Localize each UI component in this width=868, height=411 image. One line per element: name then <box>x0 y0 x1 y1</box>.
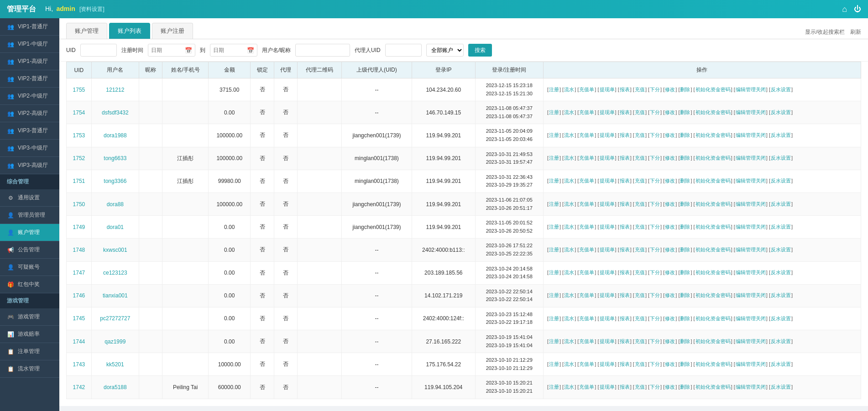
action-link[interactable]: 删除 <box>680 155 690 161</box>
cell-username[interactable]: kk5201 <box>91 353 139 376</box>
action-link[interactable]: 编辑管理关闭 <box>736 292 766 298</box>
cell-uid[interactable]: 1748 <box>67 239 92 261</box>
action-link[interactable]: 报表 <box>620 270 630 275</box>
refresh-label[interactable]: 刷新 <box>850 28 861 36</box>
action-link[interactable]: 充值 <box>635 201 645 207</box>
sidebar-item-general-settings[interactable]: ⚙ 通用设置 <box>0 189 59 207</box>
action-link[interactable]: 删除 <box>680 87 690 92</box>
action-link[interactable]: 提现单 <box>600 201 615 207</box>
action-link[interactable]: 充值 <box>635 87 645 92</box>
action-link[interactable]: 下分 <box>650 292 660 298</box>
action-link[interactable]: 充值 <box>635 316 645 321</box>
action-link[interactable]: 报表 <box>620 361 630 367</box>
action-link[interactable]: 流水 <box>564 132 574 138</box>
action-link[interactable]: 修改 <box>665 155 675 161</box>
action-link[interactable]: 充值单 <box>579 87 594 92</box>
sidebar-item-vip1-mid[interactable]: 👥 VIP1-中级厅 <box>0 36 59 53</box>
action-link[interactable]: 充值 <box>635 178 645 183</box>
action-link[interactable]: 充值单 <box>579 292 594 298</box>
action-link[interactable]: 下分 <box>650 316 660 321</box>
home-icon[interactable]: ⌂ <box>842 5 847 14</box>
action-link[interactable]: 删除 <box>680 201 690 207</box>
action-link[interactable]: 编辑管理关闭 <box>736 201 766 207</box>
action-link[interactable]: 删除 <box>680 224 690 229</box>
action-link[interactable]: 初始化资金密码 <box>695 109 731 115</box>
cell-uid[interactable]: 1751 <box>67 170 92 192</box>
action-link[interactable]: 充值单 <box>579 247 594 252</box>
action-link[interactable]: 下分 <box>650 338 660 344</box>
action-link[interactable]: 反水设置 <box>771 247 791 252</box>
action-link[interactable]: 编辑管理关闭 <box>736 224 766 229</box>
action-link[interactable]: 报表 <box>620 292 630 298</box>
sidebar-item-bet-manage[interactable]: 📋 注单管理 <box>0 343 59 360</box>
action-link[interactable]: 删除 <box>680 178 690 183</box>
action-link[interactable]: 初始化资金密码 <box>695 384 731 390</box>
action-link[interactable]: 删除 <box>680 247 690 252</box>
action-link[interactable]: 流水 <box>564 155 574 161</box>
action-link[interactable]: 提现单 <box>600 292 615 298</box>
cell-username[interactable]: tong3366 <box>91 170 139 192</box>
action-link[interactable]: 报表 <box>620 316 630 321</box>
action-link[interactable]: 提现单 <box>600 316 615 321</box>
cell-username[interactable]: dora01 <box>91 216 139 239</box>
action-link[interactable]: 编辑管理关闭 <box>736 384 766 390</box>
search-button[interactable]: 搜索 <box>468 44 492 57</box>
action-link[interactable]: 充值单 <box>579 155 594 161</box>
action-link[interactable]: 初始化资金密码 <box>695 224 731 229</box>
action-link[interactable]: 反水设置 <box>771 224 791 229</box>
date-to-input[interactable] <box>213 47 245 53</box>
action-link[interactable]: 充值单 <box>579 224 594 229</box>
tab-account-manage[interactable]: 账户管理 <box>66 23 107 39</box>
action-link[interactable]: 删除 <box>680 109 690 115</box>
action-link[interactable]: 报表 <box>620 224 630 229</box>
action-link[interactable]: 初始化资金密码 <box>695 155 731 161</box>
action-link[interactable]: 下分 <box>650 270 660 275</box>
action-link[interactable]: 初始化资金密码 <box>695 132 731 138</box>
action-link[interactable]: 流水 <box>564 316 574 321</box>
action-link[interactable]: 初始化资金密码 <box>695 201 731 207</box>
sidebar-item-vip3-high[interactable]: 👥 VIP3-高级厅 <box>0 157 59 174</box>
action-link[interactable]: 报表 <box>620 132 630 138</box>
action-link[interactable]: 修改 <box>665 270 675 275</box>
action-link[interactable]: 充值单 <box>579 132 594 138</box>
action-link[interactable]: 删除 <box>680 292 690 298</box>
action-link[interactable]: 下分 <box>650 109 660 115</box>
cell-uid[interactable]: 1752 <box>67 147 92 170</box>
action-link[interactable]: 提现单 <box>600 247 615 252</box>
calendar-to-icon[interactable]: 📅 <box>247 47 254 54</box>
username-input[interactable] <box>295 44 350 57</box>
action-link[interactable]: 反水设置 <box>771 201 791 207</box>
action-link[interactable]: 报表 <box>620 338 630 344</box>
action-link[interactable]: 下分 <box>650 155 660 161</box>
power-icon[interactable]: ⏻ <box>854 5 861 13</box>
action-link[interactable]: 充值 <box>635 270 645 275</box>
action-link[interactable]: 修改 <box>665 178 675 183</box>
action-link[interactable]: 修改 <box>665 201 675 207</box>
cell-username[interactable]: dsfsdf3432 <box>91 101 139 124</box>
action-link[interactable]: 下分 <box>650 247 660 252</box>
action-link[interactable]: 提现单 <box>600 224 615 229</box>
action-link[interactable]: 注册 <box>549 109 559 115</box>
action-link[interactable]: 编辑管理关闭 <box>736 178 766 183</box>
date-from-input[interactable] <box>151 47 183 53</box>
action-link[interactable]: 流水 <box>564 109 574 115</box>
action-link[interactable]: 下分 <box>650 132 660 138</box>
action-link[interactable]: 充值 <box>635 155 645 161</box>
cell-uid[interactable]: 1754 <box>67 101 92 124</box>
account-type-select[interactable]: 全部账户 普通账户 代理账户 <box>426 44 464 57</box>
sidebar-item-vip1-normal[interactable]: 👥 VIP1-普通厅 <box>0 18 59 36</box>
action-link[interactable]: 充值单 <box>579 270 594 275</box>
cell-uid[interactable]: 1744 <box>67 330 92 353</box>
action-link[interactable]: 删除 <box>680 270 690 275</box>
action-link[interactable]: 初始化资金密码 <box>695 87 731 92</box>
action-link[interactable]: 反水设置 <box>771 270 791 275</box>
sidebar-item-vip2-normal[interactable]: 👥 VIP2-普通厅 <box>0 70 59 88</box>
action-link[interactable]: 初始化资金密码 <box>695 316 731 321</box>
action-link[interactable]: 反水设置 <box>771 316 791 321</box>
action-link[interactable]: 注册 <box>549 247 559 252</box>
tab-account-register[interactable]: 账户注册 <box>152 23 193 39</box>
action-link[interactable]: 修改 <box>665 87 675 92</box>
action-link[interactable]: 注册 <box>549 87 559 92</box>
cell-uid[interactable]: 1750 <box>67 192 92 215</box>
action-link[interactable]: 下分 <box>650 178 660 183</box>
